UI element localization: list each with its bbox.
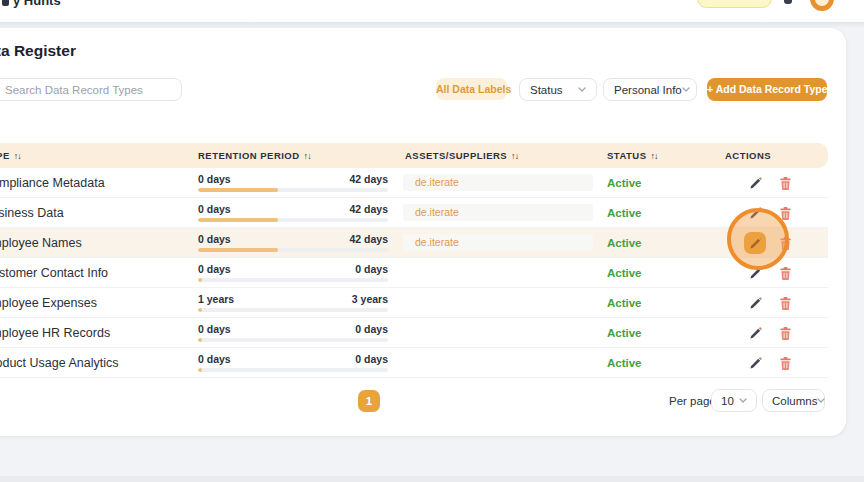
retention-cell: 0 days 42 days [198,233,388,252]
retention-end-label: 42 days [349,233,388,245]
chevron-down-icon [817,398,825,403]
pencil-icon [749,297,762,310]
retention-progress-track [198,188,388,192]
delete-button[interactable] [774,232,796,254]
row-actions [744,262,796,284]
trash-icon [780,237,791,250]
row-type-label: Business Data [0,198,64,228]
pagination-page-1-button[interactable]: 1 [358,390,380,412]
delete-button[interactable] [774,262,796,284]
edit-button[interactable] [744,172,766,194]
row-actions [744,232,796,254]
retention-progress-fill [198,218,278,222]
status-badge: Active [607,288,642,318]
search-input[interactable] [0,78,182,101]
trash-icon [780,267,791,280]
supplier-tag: de.iterate [403,234,593,251]
delete-button[interactable] [774,292,796,314]
personal-info-filter-label: Personal Info [614,84,682,96]
column-header-retention-period[interactable]: RETENTION PERIOD↑↓ [198,143,311,168]
row-type-label: Employee Expenses [0,288,97,318]
delete-button[interactable] [774,322,796,344]
table-row[interactable]: Employee Expenses 1 years 3 years Active [0,288,828,318]
per-page-label: Per page [669,390,716,413]
retention-cell: 0 days 0 days [198,323,388,342]
topbar-shadow [0,22,864,28]
status-badge: Active [607,198,642,228]
viewport-bottom-edge [0,476,864,482]
column-header-status[interactable]: STATUS↑↓ [607,143,658,168]
edit-button[interactable] [744,232,766,254]
supplier-tag: de.iterate [403,174,593,191]
table-row[interactable]: Compliance Metadata 0 days 42 days de.it… [0,168,828,198]
brand-logo-icon [2,0,9,6]
columns-select[interactable]: Columns [762,389,825,412]
add-data-record-type-button[interactable]: + Add Data Record Type [707,78,827,101]
sort-icon: ↑↓ [14,151,21,161]
pencil-icon [749,237,762,250]
status-badge: Active [607,258,642,288]
delete-button[interactable] [774,172,796,194]
delete-button[interactable] [774,202,796,224]
status-filter-dropdown[interactable]: Status [519,78,597,101]
retention-start-label: 0 days [198,233,231,245]
columns-label: Columns [772,395,817,407]
retention-progress-track [198,248,388,252]
table-row[interactable]: Employee HR Records 0 days 0 days Active [0,318,828,348]
retention-cell: 0 days 42 days [198,203,388,222]
page-title: Data Register [0,42,76,60]
row-actions [744,352,796,374]
row-type-label: Customer Contact Info [0,258,108,288]
avatar[interactable] [810,0,834,11]
column-header-assets-suppliers[interactable]: ASSETS/SUPPLIERS↑↓ [405,143,518,168]
retention-progress-fill [198,278,202,282]
retention-cell: 0 days 0 days [198,263,388,282]
table-row[interactable]: Product Usage Analytics 0 days 0 days Ac… [0,348,828,378]
column-header-type[interactable]: TYPE↑↓ [0,143,21,168]
all-data-labels-filter[interactable]: All Data Labels [436,78,507,100]
sort-icon: ↑↓ [304,151,311,161]
trash-icon [780,327,791,340]
table-row[interactable]: Customer Contact Info 0 days 0 days Acti… [0,258,828,288]
app-viewport: y Hunts Data Register All Data Labels St… [0,0,864,482]
pencil-icon [749,207,762,220]
status-badge: Active [607,168,642,198]
trial-badge[interactable] [697,0,772,8]
edit-button[interactable] [744,352,766,374]
retention-progress-fill [198,308,202,312]
data-register-card: Data Register All Data Labels Status Per… [0,28,846,436]
retention-end-label: 0 days [355,353,388,365]
retention-start-label: 0 days [198,323,231,335]
retention-cell: 0 days 42 days [198,173,388,192]
retention-progress-track [198,218,388,222]
status-filter-label: Status [530,84,563,96]
personal-info-filter-dropdown[interactable]: Personal Info [603,78,697,101]
edit-button[interactable] [744,292,766,314]
sort-icon: ↑↓ [511,151,518,161]
pencil-icon [749,357,762,370]
table-row[interactable]: Business Data 0 days 42 days de.iterate … [0,198,828,228]
per-page-select[interactable]: 10 [711,389,757,412]
row-actions [744,202,796,224]
edit-button[interactable] [744,202,766,224]
trash-icon [780,207,791,220]
edit-button[interactable] [744,262,766,284]
chevron-down-icon [739,398,747,403]
retention-progress-fill [198,248,278,252]
row-actions [744,172,796,194]
retention-progress-track [198,278,388,282]
table-header-row: TYPE↑↓RETENTION PERIOD↑↓ASSETS/SUPPLIERS… [0,143,828,168]
retention-progress-track [198,308,388,312]
delete-button[interactable] [774,352,796,374]
trash-icon [780,177,791,190]
retention-start-label: 0 days [198,173,231,185]
notifications-icon[interactable] [784,0,792,4]
edit-button[interactable] [744,322,766,344]
row-type-label: Employee Names [0,228,82,258]
per-page-value: 10 [721,395,734,407]
trash-icon [780,357,791,370]
retention-end-label: 3 years [352,293,388,305]
table-row[interactable]: Employee Names 0 days 42 days de.iterate… [0,228,828,258]
pencil-icon [749,177,762,190]
retention-start-label: 0 days [198,203,231,215]
